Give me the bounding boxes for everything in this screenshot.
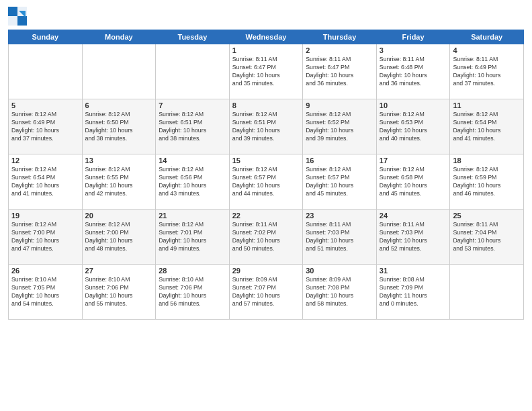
day-cell: 21Sunrise: 8:12 AM Sunset: 7:01 PM Dayli… — [156, 210, 230, 265]
day-cell: 22Sunrise: 8:11 AM Sunset: 7:02 PM Dayli… — [229, 210, 303, 265]
day-info: Sunrise: 8:09 AM Sunset: 7:08 PM Dayligh… — [306, 276, 373, 308]
weekday-header-saturday: Saturday — [450, 30, 524, 44]
weekday-row: SundayMondayTuesdayWednesdayThursdayFrid… — [9, 30, 524, 44]
day-number: 19 — [11, 212, 79, 220]
day-number: 21 — [159, 212, 226, 220]
day-info: Sunrise: 8:11 AM Sunset: 7:04 PM Dayligh… — [453, 221, 521, 253]
day-cell: 3Sunrise: 8:11 AM Sunset: 6:48 PM Daylig… — [376, 44, 450, 99]
day-number: 8 — [232, 101, 300, 109]
day-cell: 25Sunrise: 8:11 AM Sunset: 7:04 PM Dayli… — [450, 210, 524, 265]
day-number: 28 — [159, 267, 226, 275]
day-number: 11 — [453, 101, 521, 109]
day-info: Sunrise: 8:08 AM Sunset: 7:09 PM Dayligh… — [380, 276, 447, 308]
week-row-3: 12Sunrise: 8:12 AM Sunset: 6:54 PM Dayli… — [9, 154, 524, 210]
day-number: 10 — [380, 101, 447, 109]
day-info: Sunrise: 8:12 AM Sunset: 6:54 PM Dayligh… — [11, 166, 79, 198]
week-row-1: 1Sunrise: 8:11 AM Sunset: 6:47 PM Daylig… — [9, 44, 524, 99]
day-cell — [9, 44, 83, 99]
day-cell: 6Sunrise: 8:12 AM Sunset: 6:50 PM Daylig… — [82, 99, 156, 154]
day-info: Sunrise: 8:12 AM Sunset: 6:52 PM Dayligh… — [306, 111, 373, 143]
day-info: Sunrise: 8:11 AM Sunset: 6:48 PM Dayligh… — [380, 56, 447, 88]
calendar-body: 1Sunrise: 8:11 AM Sunset: 6:47 PM Daylig… — [9, 44, 524, 320]
day-cell: 16Sunrise: 8:12 AM Sunset: 6:57 PM Dayli… — [303, 154, 377, 210]
day-cell: 10Sunrise: 8:12 AM Sunset: 6:53 PM Dayli… — [376, 99, 450, 154]
day-cell: 19Sunrise: 8:12 AM Sunset: 7:00 PM Dayli… — [9, 210, 83, 265]
day-cell: 24Sunrise: 8:11 AM Sunset: 7:03 PM Dayli… — [376, 210, 450, 265]
day-info: Sunrise: 8:11 AM Sunset: 6:47 PM Dayligh… — [306, 56, 373, 88]
weekday-header-tuesday: Tuesday — [156, 30, 230, 44]
day-number: 22 — [232, 212, 300, 220]
day-number: 23 — [306, 212, 373, 220]
day-cell: 29Sunrise: 8:09 AM Sunset: 7:07 PM Dayli… — [229, 265, 303, 320]
day-number: 30 — [306, 267, 373, 275]
day-info: Sunrise: 8:12 AM Sunset: 6:56 PM Dayligh… — [159, 166, 226, 198]
day-info: Sunrise: 8:12 AM Sunset: 6:59 PM Dayligh… — [453, 166, 521, 198]
day-info: Sunrise: 8:12 AM Sunset: 7:01 PM Dayligh… — [159, 221, 226, 253]
day-cell: 20Sunrise: 8:12 AM Sunset: 7:00 PM Dayli… — [82, 210, 156, 265]
day-info: Sunrise: 8:11 AM Sunset: 6:47 PM Dayligh… — [232, 56, 300, 88]
day-cell: 4Sunrise: 8:11 AM Sunset: 6:49 PM Daylig… — [450, 44, 524, 99]
day-info: Sunrise: 8:12 AM Sunset: 6:49 PM Dayligh… — [11, 111, 79, 143]
day-cell: 31Sunrise: 8:08 AM Sunset: 7:09 PM Dayli… — [376, 265, 450, 320]
day-info: Sunrise: 8:12 AM Sunset: 6:53 PM Dayligh… — [380, 111, 447, 143]
day-info: Sunrise: 8:11 AM Sunset: 7:02 PM Dayligh… — [232, 221, 300, 253]
weekday-header-friday: Friday — [376, 30, 450, 44]
day-number: 29 — [232, 267, 300, 275]
weekday-header-monday: Monday — [82, 30, 156, 44]
day-info: Sunrise: 8:10 AM Sunset: 7:05 PM Dayligh… — [11, 276, 79, 308]
day-number: 4 — [453, 46, 521, 54]
day-number: 7 — [159, 101, 226, 109]
header — [8, 7, 524, 26]
svg-rect-3 — [17, 16, 27, 26]
day-cell: 17Sunrise: 8:12 AM Sunset: 6:58 PM Dayli… — [376, 154, 450, 210]
day-number: 27 — [85, 267, 153, 275]
day-cell: 14Sunrise: 8:12 AM Sunset: 6:56 PM Dayli… — [156, 154, 230, 210]
day-info: Sunrise: 8:11 AM Sunset: 7:03 PM Dayligh… — [380, 221, 447, 253]
day-info: Sunrise: 8:12 AM Sunset: 6:55 PM Dayligh… — [85, 166, 153, 198]
day-cell: 23Sunrise: 8:11 AM Sunset: 7:03 PM Dayli… — [303, 210, 377, 265]
day-cell: 1Sunrise: 8:11 AM Sunset: 6:47 PM Daylig… — [229, 44, 303, 99]
calendar-table: SundayMondayTuesdayWednesdayThursdayFrid… — [8, 30, 524, 320]
day-number: 5 — [11, 101, 79, 109]
day-number: 26 — [11, 267, 79, 275]
day-cell: 8Sunrise: 8:12 AM Sunset: 6:51 PM Daylig… — [229, 99, 303, 154]
day-cell — [82, 44, 156, 99]
week-row-5: 26Sunrise: 8:10 AM Sunset: 7:05 PM Dayli… — [9, 265, 524, 320]
day-cell: 2Sunrise: 8:11 AM Sunset: 6:47 PM Daylig… — [303, 44, 377, 99]
day-number: 14 — [159, 156, 226, 165]
day-cell: 11Sunrise: 8:12 AM Sunset: 6:54 PM Dayli… — [450, 99, 524, 154]
day-info: Sunrise: 8:10 AM Sunset: 7:06 PM Dayligh… — [159, 276, 226, 308]
day-number: 2 — [306, 46, 373, 54]
day-cell: 27Sunrise: 8:10 AM Sunset: 7:06 PM Dayli… — [82, 265, 156, 320]
day-info: Sunrise: 8:12 AM Sunset: 6:57 PM Dayligh… — [306, 166, 373, 198]
day-cell: 30Sunrise: 8:09 AM Sunset: 7:08 PM Dayli… — [303, 265, 377, 320]
logo-icon — [8, 7, 27, 26]
day-number: 24 — [380, 212, 447, 220]
day-info: Sunrise: 8:12 AM Sunset: 6:51 PM Dayligh… — [159, 111, 226, 143]
logo — [8, 7, 29, 26]
day-info: Sunrise: 8:12 AM Sunset: 6:50 PM Dayligh… — [85, 111, 153, 143]
day-info: Sunrise: 8:12 AM Sunset: 7:00 PM Dayligh… — [11, 221, 79, 253]
weekday-header-wednesday: Wednesday — [229, 30, 303, 44]
day-cell: 9Sunrise: 8:12 AM Sunset: 6:52 PM Daylig… — [303, 99, 377, 154]
day-info: Sunrise: 8:10 AM Sunset: 7:06 PM Dayligh… — [85, 276, 153, 308]
day-cell — [450, 265, 524, 320]
day-number: 25 — [453, 212, 521, 220]
day-cell: 18Sunrise: 8:12 AM Sunset: 6:59 PM Dayli… — [450, 154, 524, 210]
day-number: 16 — [306, 156, 373, 165]
day-info: Sunrise: 8:11 AM Sunset: 6:49 PM Dayligh… — [453, 56, 521, 88]
day-cell: 5Sunrise: 8:12 AM Sunset: 6:49 PM Daylig… — [9, 99, 83, 154]
day-number: 1 — [232, 46, 300, 54]
day-number: 6 — [85, 101, 153, 109]
svg-rect-0 — [8, 7, 17, 16]
day-info: Sunrise: 8:09 AM Sunset: 7:07 PM Dayligh… — [232, 276, 300, 308]
day-cell: 12Sunrise: 8:12 AM Sunset: 6:54 PM Dayli… — [9, 154, 83, 210]
day-info: Sunrise: 8:12 AM Sunset: 6:58 PM Dayligh… — [380, 166, 447, 198]
day-number: 13 — [85, 156, 153, 165]
weekday-header-thursday: Thursday — [303, 30, 377, 44]
weekday-header-sunday: Sunday — [9, 30, 83, 44]
day-info: Sunrise: 8:12 AM Sunset: 6:54 PM Dayligh… — [453, 111, 521, 143]
day-cell — [156, 44, 230, 99]
day-number: 18 — [453, 156, 521, 165]
day-cell: 28Sunrise: 8:10 AM Sunset: 7:06 PM Dayli… — [156, 265, 230, 320]
